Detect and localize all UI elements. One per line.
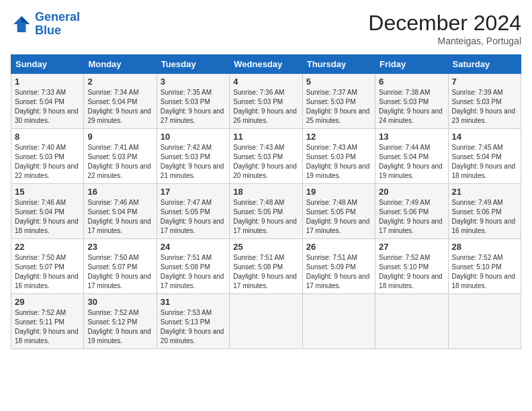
day-number: 15 xyxy=(15,187,80,197)
weekday-header-monday: Monday xyxy=(84,55,157,74)
day-detail: Sunrise: 7:36 AMSunset: 5:03 PMDaylight:… xyxy=(233,89,297,124)
day-detail: Sunrise: 7:35 AMSunset: 5:03 PMDaylight:… xyxy=(161,89,224,124)
day-detail: Sunrise: 7:40 AMSunset: 5:03 PMDaylight:… xyxy=(15,144,79,179)
day-detail: Sunrise: 7:51 AMSunset: 5:08 PMDaylight:… xyxy=(161,254,224,289)
day-detail: Sunrise: 7:48 AMSunset: 5:05 PMDaylight:… xyxy=(233,199,297,234)
day-detail: Sunrise: 7:52 AMSunset: 5:12 PMDaylight:… xyxy=(87,309,151,345)
day-detail: Sunrise: 7:52 AMSunset: 5:10 PMDaylight:… xyxy=(379,254,443,289)
day-detail: Sunrise: 7:43 AMSunset: 5:03 PMDaylight:… xyxy=(233,144,297,179)
day-number: 9 xyxy=(87,132,152,142)
calendar-day-cell: 1 Sunrise: 7:33 AMSunset: 5:04 PMDayligh… xyxy=(11,74,84,129)
day-number: 1 xyxy=(15,77,80,87)
logo: General Blue xyxy=(11,11,80,38)
day-detail: Sunrise: 7:33 AMSunset: 5:04 PMDaylight:… xyxy=(15,89,79,124)
day-number: 29 xyxy=(15,297,80,307)
calendar-day-cell: 12 Sunrise: 7:43 AMSunset: 5:03 PMDaylig… xyxy=(302,129,375,184)
calendar-day-cell: 26 Sunrise: 7:51 AMSunset: 5:09 PMDaylig… xyxy=(302,239,375,294)
day-detail: Sunrise: 7:53 AMSunset: 5:13 PMDaylight:… xyxy=(161,309,224,345)
day-detail: Sunrise: 7:50 AMSunset: 5:07 PMDaylight:… xyxy=(15,254,79,289)
calendar-day-cell: 8 Sunrise: 7:40 AMSunset: 5:03 PMDayligh… xyxy=(11,129,84,184)
day-detail: Sunrise: 7:50 AMSunset: 5:07 PMDaylight:… xyxy=(87,254,151,289)
calendar-day-cell: 3 Sunrise: 7:35 AMSunset: 5:03 PMDayligh… xyxy=(157,74,229,129)
calendar-day-cell: 18 Sunrise: 7:48 AMSunset: 5:05 PMDaylig… xyxy=(230,184,302,239)
day-number: 16 xyxy=(87,187,152,197)
day-number: 24 xyxy=(161,242,226,252)
title-block: December 2024 Manteigas, Portugal xyxy=(368,11,521,46)
weekday-header-friday: Friday xyxy=(375,55,448,74)
day-number: 27 xyxy=(379,242,444,252)
calendar-day-cell: 16 Sunrise: 7:46 AMSunset: 5:04 PMDaylig… xyxy=(84,184,157,239)
calendar-day-cell: 20 Sunrise: 7:49 AMSunset: 5:06 PMDaylig… xyxy=(375,184,448,239)
weekday-header-wednesday: Wednesday xyxy=(230,55,302,74)
calendar-day-cell: 29 Sunrise: 7:52 AMSunset: 5:11 PMDaylig… xyxy=(11,294,84,349)
day-detail: Sunrise: 7:45 AMSunset: 5:04 PMDaylight:… xyxy=(452,144,516,179)
weekday-header-tuesday: Tuesday xyxy=(157,55,229,74)
day-number: 13 xyxy=(379,132,444,142)
calendar-day-cell: 9 Sunrise: 7:41 AMSunset: 5:03 PMDayligh… xyxy=(84,129,157,184)
day-number: 14 xyxy=(452,132,517,142)
calendar-day-cell: 19 Sunrise: 7:48 AMSunset: 5:05 PMDaylig… xyxy=(302,184,375,239)
month-title: December 2024 xyxy=(368,11,521,36)
day-number: 20 xyxy=(379,187,444,197)
day-number: 6 xyxy=(379,77,444,87)
day-detail: Sunrise: 7:42 AMSunset: 5:03 PMDaylight:… xyxy=(161,144,224,179)
calendar-day-cell: 4 Sunrise: 7:36 AMSunset: 5:03 PMDayligh… xyxy=(230,74,302,129)
calendar-day-cell xyxy=(375,294,448,349)
calendar-day-cell: 2 Sunrise: 7:34 AMSunset: 5:04 PMDayligh… xyxy=(84,74,157,129)
day-number: 26 xyxy=(306,242,371,252)
logo-general: General xyxy=(35,10,80,24)
calendar-day-cell: 15 Sunrise: 7:46 AMSunset: 5:04 PMDaylig… xyxy=(11,184,84,239)
day-detail: Sunrise: 7:51 AMSunset: 5:08 PMDaylight:… xyxy=(233,254,297,289)
day-detail: Sunrise: 7:48 AMSunset: 5:05 PMDaylight:… xyxy=(306,199,370,234)
day-number: 22 xyxy=(15,242,80,252)
day-number: 5 xyxy=(306,77,371,87)
calendar-day-cell: 21 Sunrise: 7:49 AMSunset: 5:06 PMDaylig… xyxy=(448,184,521,239)
day-detail: Sunrise: 7:52 AMSunset: 5:10 PMDaylight:… xyxy=(452,254,516,289)
logo-icon xyxy=(11,13,32,35)
day-detail: Sunrise: 7:46 AMSunset: 5:04 PMDaylight:… xyxy=(87,199,151,234)
calendar-day-cell: 10 Sunrise: 7:42 AMSunset: 5:03 PMDaylig… xyxy=(157,129,229,184)
calendar-table: SundayMondayTuesdayWednesdayThursdayFrid… xyxy=(11,54,521,349)
day-detail: Sunrise: 7:39 AMSunset: 5:03 PMDaylight:… xyxy=(452,89,516,124)
day-number: 19 xyxy=(306,187,371,197)
day-detail: Sunrise: 7:44 AMSunset: 5:04 PMDaylight:… xyxy=(379,144,443,179)
day-detail: Sunrise: 7:38 AMSunset: 5:03 PMDaylight:… xyxy=(379,89,443,124)
calendar-day-cell xyxy=(302,294,375,349)
day-detail: Sunrise: 7:46 AMSunset: 5:04 PMDaylight:… xyxy=(15,199,79,234)
day-number: 21 xyxy=(452,187,517,197)
day-number: 11 xyxy=(233,132,298,142)
day-number: 31 xyxy=(161,297,226,307)
day-number: 23 xyxy=(87,242,152,252)
calendar-day-cell: 13 Sunrise: 7:44 AMSunset: 5:04 PMDaylig… xyxy=(375,129,448,184)
calendar-day-cell: 7 Sunrise: 7:39 AMSunset: 5:03 PMDayligh… xyxy=(448,74,521,129)
day-number: 2 xyxy=(87,77,152,87)
calendar-day-cell: 23 Sunrise: 7:50 AMSunset: 5:07 PMDaylig… xyxy=(84,239,157,294)
calendar-day-cell: 30 Sunrise: 7:52 AMSunset: 5:12 PMDaylig… xyxy=(84,294,157,349)
calendar-day-cell xyxy=(230,294,302,349)
calendar-day-cell: 14 Sunrise: 7:45 AMSunset: 5:04 PMDaylig… xyxy=(448,129,521,184)
day-detail: Sunrise: 7:52 AMSunset: 5:11 PMDaylight:… xyxy=(15,309,79,345)
calendar-day-cell: 28 Sunrise: 7:52 AMSunset: 5:10 PMDaylig… xyxy=(448,239,521,294)
day-detail: Sunrise: 7:37 AMSunset: 5:03 PMDaylight:… xyxy=(306,89,370,124)
calendar-week-row: 1 Sunrise: 7:33 AMSunset: 5:04 PMDayligh… xyxy=(11,74,521,129)
day-number: 7 xyxy=(452,77,517,87)
day-number: 4 xyxy=(233,77,298,87)
page-header: General Blue December 2024 Manteigas, Po… xyxy=(11,11,521,46)
location-subtitle: Manteigas, Portugal xyxy=(368,36,521,46)
calendar-day-cell: 17 Sunrise: 7:47 AMSunset: 5:05 PMDaylig… xyxy=(157,184,229,239)
calendar-day-cell: 22 Sunrise: 7:50 AMSunset: 5:07 PMDaylig… xyxy=(11,239,84,294)
weekday-header-saturday: Saturday xyxy=(448,55,521,74)
calendar-day-cell xyxy=(448,294,521,349)
day-detail: Sunrise: 7:49 AMSunset: 5:06 PMDaylight:… xyxy=(452,199,516,234)
calendar-week-row: 29 Sunrise: 7:52 AMSunset: 5:11 PMDaylig… xyxy=(11,294,521,349)
day-detail: Sunrise: 7:34 AMSunset: 5:04 PMDaylight:… xyxy=(87,89,151,124)
weekday-header-row: SundayMondayTuesdayWednesdayThursdayFrid… xyxy=(11,55,521,74)
calendar-day-cell: 11 Sunrise: 7:43 AMSunset: 5:03 PMDaylig… xyxy=(230,129,302,184)
day-number: 28 xyxy=(452,242,517,252)
day-detail: Sunrise: 7:43 AMSunset: 5:03 PMDaylight:… xyxy=(306,144,370,179)
day-detail: Sunrise: 7:51 AMSunset: 5:09 PMDaylight:… xyxy=(306,254,370,289)
day-number: 10 xyxy=(161,132,226,142)
calendar-day-cell: 27 Sunrise: 7:52 AMSunset: 5:10 PMDaylig… xyxy=(375,239,448,294)
weekday-header-thursday: Thursday xyxy=(302,55,375,74)
day-detail: Sunrise: 7:49 AMSunset: 5:06 PMDaylight:… xyxy=(379,199,443,234)
